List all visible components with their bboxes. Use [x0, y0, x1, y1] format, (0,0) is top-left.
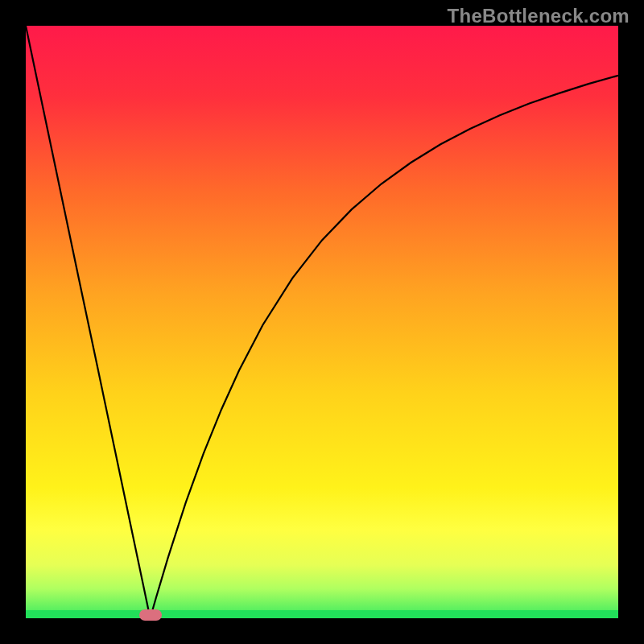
- plot-area: [26, 26, 618, 618]
- bottleneck-curve: [26, 26, 618, 618]
- selected-point-marker: [139, 609, 162, 621]
- chart-container: TheBottleneck.com: [0, 0, 644, 644]
- watermark-text: TheBottleneck.com: [448, 5, 630, 27]
- curve-layer: [26, 26, 618, 618]
